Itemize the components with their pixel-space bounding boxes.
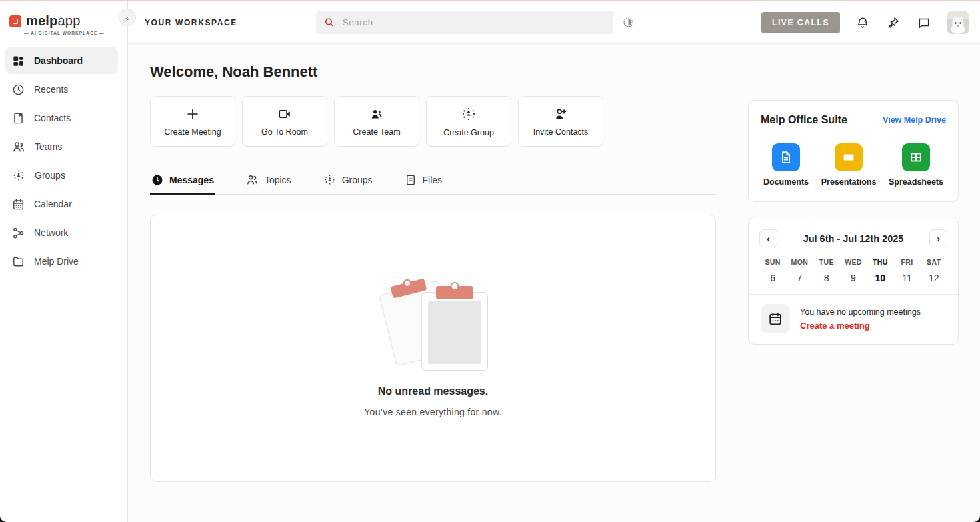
app-window: melpapp — AI DIGITAL WORKPLACE — ‹ Dashb… [0,0,980,522]
empty-state-title: No unread messages. [378,385,488,397]
search-bar[interactable] [316,11,613,34]
sidebar: melpapp — AI DIGITAL WORKPLACE — ‹ Dashb… [0,1,128,522]
action-label: Create Group [443,128,494,137]
create-a-meeting-link[interactable]: Create a meeting [800,321,921,331]
documents-app[interactable]: Documents [763,143,809,187]
live-calls-button[interactable]: LIVE CALLS [761,12,840,33]
tab-messages[interactable]: Messages [150,173,215,194]
melp-office-suite-card: Melp Office Suite View Melp Drive Docume… [748,100,959,202]
sidebar-item-network[interactable]: Network [5,219,118,246]
day-header-active: THU [867,258,893,266]
sidebar-nav: Dashboard Recents Contacts Teams Groups [0,47,127,275]
chat-icon[interactable] [916,15,932,31]
spreadsheets-app[interactable]: Spreadsheets [889,143,943,187]
tab-files[interactable]: Files [403,173,444,194]
people-icon [12,140,25,153]
notifications-bell-icon[interactable] [855,15,871,31]
calendar-range-label: Jul 6th - Jul 12th 2025 [803,233,904,244]
calendar-dates-row: 6 7 8 9 10 11 12 [759,273,947,294]
tab-label: Groups [342,175,373,185]
sidebar-item-label: Melp Drive [34,256,79,267]
sidebar-item-label: Teams [35,141,62,152]
office-app-label: Spreadsheets [889,177,943,187]
dashboard-main: Welcome, Noah Bennett Create Meeting Go … [150,44,716,522]
people-icon [369,107,384,121]
action-label: Go To Room [261,127,308,137]
tab-groups[interactable]: Groups [322,173,374,194]
sidebar-item-label: Dashboard [34,55,83,66]
group-dots-icon [461,106,477,122]
date-cell[interactable]: 11 [893,273,920,283]
sidebar-item-teams[interactable]: Teams [5,133,118,160]
user-avatar[interactable] [947,11,969,34]
theme-toggle-icon[interactable] [621,15,636,30]
group-dots-icon [12,169,25,182]
person-add-icon [553,107,568,121]
sidebar-item-dashboard[interactable]: Dashboard [5,47,118,74]
sidebar-item-melp-drive[interactable]: Melp Drive [5,248,118,275]
date-cell-today[interactable]: 10 [867,273,893,283]
sidebar-item-label: Network [34,227,68,238]
date-cell[interactable]: 12 [921,273,947,283]
document-tile-icon [772,143,800,171]
search-input[interactable] [343,17,605,27]
sidebar-collapse-button[interactable]: ‹ [119,9,135,25]
sidebar-item-calendar[interactable]: Calendar [5,191,118,217]
sidebar-item-label: Calendar [34,199,72,209]
day-header: SUN [759,258,786,266]
welcome-heading: Welcome, Noah Bennett [150,63,716,81]
network-icon [12,227,25,239]
sidebar-item-recents[interactable]: Recents [5,76,118,103]
date-cell[interactable]: 6 [759,273,786,283]
go-to-room-button[interactable]: Go To Room [242,96,327,147]
tab-label: Topics [265,175,291,185]
office-app-label: Documents [763,177,809,187]
spreadsheet-tile-icon [902,143,930,171]
day-header: MON [786,258,813,266]
calendar-next-button[interactable]: › [929,229,947,247]
right-panel: Melp Office Suite View Melp Drive Docume… [748,44,959,522]
create-team-button[interactable]: Create Team [334,96,419,147]
tab-label: Messages [169,175,214,185]
folder-icon [12,255,25,268]
create-group-button[interactable]: Create Group [426,96,511,147]
office-suite-title: Melp Office Suite [761,114,847,126]
topbar: YOUR WORKSPACE LIVE CALLS [128,1,980,44]
content-tabs: Messages Topics Groups Files [150,173,716,195]
action-label: Invite Contacts [533,127,589,137]
presentations-app[interactable]: Presentations [821,143,877,187]
clock-filled-icon [151,174,163,186]
calendar-day-headers: SUN MON TUE WED THU FRI SAT [759,258,947,266]
day-header: TUE [813,258,840,266]
presentation-tile-icon [835,143,863,171]
calendar-prev-button[interactable]: ‹ [759,229,777,247]
contacts-book-icon [12,112,25,125]
messages-empty-panel: No unread messages. You’ve seen everythi… [150,215,716,482]
sidebar-item-label: Recents [34,84,68,95]
brand-logo[interactable]: melpapp — AI DIGITAL WORKPLACE — [0,1,127,42]
sidebar-item-groups[interactable]: Groups [5,162,118,189]
brand-name: melpapp [26,13,80,29]
search-icon [324,17,335,28]
sidebar-item-label: Groups [35,170,65,181]
file-icon [405,174,417,186]
date-cell[interactable]: 8 [813,273,840,283]
office-app-label: Presentations [821,177,877,187]
sidebar-item-contacts[interactable]: Contacts [5,105,118,131]
action-label: Create Meeting [164,127,221,137]
quick-actions: Create Meeting Go To Room Create Team [150,96,716,147]
people-icon [246,173,259,186]
create-meeting-button[interactable]: Create Meeting [150,96,235,147]
pin-icon[interactable] [885,15,901,31]
action-label: Create Team [353,127,400,137]
group-dots-icon [323,173,336,186]
melp-logo-icon [9,15,21,27]
invite-contacts-button[interactable]: Invite Contacts [518,96,603,147]
day-header: WED [840,258,867,266]
brand-tagline: — AI DIGITAL WORKPLACE — [24,31,127,35]
tab-topics[interactable]: Topics [245,173,293,194]
tab-label: Files [423,175,443,185]
view-melp-drive-link[interactable]: View Melp Drive [883,115,946,125]
date-cell[interactable]: 9 [840,273,867,283]
date-cell[interactable]: 7 [786,273,813,283]
